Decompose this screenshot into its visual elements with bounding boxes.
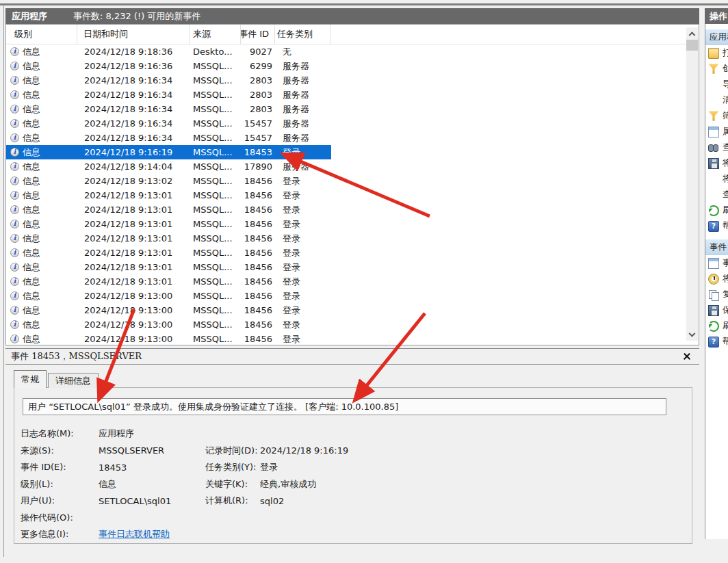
action-label: 打开保存的日志... (723, 47, 728, 59)
event-task-category: 登录 (275, 319, 330, 331)
event-source: Deskto... (190, 47, 241, 57)
action-label: 刷新 (723, 320, 728, 332)
field-row: 操作代码(O): (21, 510, 688, 527)
action-label: 刷新 (723, 205, 728, 216)
event-level: 信息 (23, 75, 40, 87)
action-item[interactable]: 将任务附加到此日志... (705, 171, 728, 187)
event-row[interactable]: 信息 2024/12/18 9:16:36 MSSQL... 6299 服务器 (6, 59, 331, 73)
action-item[interactable]: 将所有事件另存为... (705, 155, 728, 171)
information-icon (10, 277, 19, 286)
field-label-2: 计算机(R): (205, 495, 260, 507)
field-row: 日志名称(M): 应用程序 (21, 425, 688, 443)
column-header-date[interactable]: 日期和时间 (77, 25, 190, 44)
action-item[interactable]: 属性 (705, 124, 728, 140)
event-level: 信息 (23, 161, 40, 173)
column-header-task-category[interactable]: 任务类别 (275, 25, 330, 44)
event-row[interactable]: 信息 2024/12/18 9:13:01 MSSQL... 18456 登录 (6, 274, 331, 289)
event-row[interactable]: 信息 2024/12/18 9:13:00 MSSQL... 18456 登录 (6, 289, 331, 303)
tab[interactable]: 详细信息 (48, 373, 99, 388)
help-icon (708, 221, 719, 232)
event-row[interactable]: 信息 2024/12/18 9:16:34 MSSQL... 15457 服务器 (6, 131, 331, 145)
information-icon (10, 62, 19, 70)
field-label: 来源(S): (21, 445, 99, 457)
event-row[interactable]: 信息 2024/12/18 9:13:01 MSSQL... 18456 登录 (6, 217, 331, 231)
event-row[interactable]: 信息 2024/12/18 9:13:01 MSSQL... 18456 登录 (6, 231, 331, 246)
action-item[interactable]: 查找... (705, 140, 728, 155)
action-item[interactable]: 事件属性 (705, 255, 728, 271)
event-row[interactable]: 信息 2024/12/18 9:13:01 MSSQL... 18456 登录 (6, 246, 331, 260)
field-row: 级别(L): 信息 关键字(K): 经典,审核成功 (21, 476, 688, 493)
event-task-category: 服务器 (275, 103, 330, 116)
information-icon (10, 205, 19, 214)
action-item[interactable]: 筛选当前日志... (705, 108, 728, 124)
action-item[interactable]: 帮助 (705, 218, 728, 234)
event-row[interactable]: 信息 2024/12/18 9:13:02 MSSQL... 18456 登录 (6, 174, 331, 188)
action-item[interactable]: 打开保存的日志... (705, 45, 728, 61)
event-log-online-help-link[interactable]: 事件日志联机帮助 (99, 528, 205, 540)
filter-icon (708, 111, 719, 122)
event-datetime: 2024/12/18 9:16:19 (77, 147, 190, 157)
action-label: 查看 (723, 189, 728, 200)
action-item[interactable]: 创建自定义视图... (705, 61, 728, 77)
save-icon (708, 158, 719, 169)
action-item[interactable]: 复制 (705, 287, 728, 302)
event-datetime: 2024/12/18 9:13:01 (77, 205, 190, 215)
event-row[interactable]: 信息 2024/12/18 9:16:19 MSSQL... 18453 登录 (6, 145, 331, 159)
information-icon (10, 291, 19, 300)
action-label: 将任务附加到此事件... (723, 273, 728, 285)
event-row[interactable]: 信息 2024/12/18 9:16:34 MSSQL... 15457 服务器 (6, 116, 331, 131)
action-item[interactable]: 保存选择的事件... (705, 302, 728, 318)
column-header-event-id[interactable]: 事件 ID (241, 25, 275, 44)
action-section-header[interactable]: 应用程序 (705, 29, 728, 45)
action-item[interactable]: 清除日志... (705, 92, 728, 108)
column-header-level[interactable]: 级别 (6, 25, 77, 44)
action-item[interactable]: 帮助 (705, 334, 728, 350)
event-task-category: 服务器 (275, 89, 330, 101)
event-level: 信息 (23, 46, 40, 58)
action-item[interactable]: 刷新 (705, 318, 728, 334)
action-section-header[interactable]: 事件 18453，MSSQLSERVER (705, 239, 728, 255)
scroll-down-button[interactable] (686, 330, 698, 341)
event-row[interactable]: 信息 2024/12/18 9:13:00 MSSQL... 18456 登录 (6, 317, 331, 332)
action-label: 筛选当前日志... (723, 110, 728, 122)
tab[interactable]: 常规 (14, 370, 47, 388)
action-item[interactable]: 导入自定义视图... (705, 77, 728, 92)
event-row[interactable]: 信息 2024/12/18 9:16:34 MSSQL... 2803 服务器 (6, 88, 331, 102)
field-value-2: 登录 (260, 461, 688, 473)
event-row[interactable]: 信息 2024/12/18 9:13:00 MSSQL... 18456 登录 (6, 332, 331, 345)
event-row[interactable]: 信息 2024/12/18 9:13:00 MSSQL... 18456 登录 (6, 303, 331, 317)
action-item[interactable]: 刷新 (705, 202, 728, 218)
help-icon (708, 337, 719, 348)
console-tree-splitter[interactable] (3, 5, 4, 557)
close-icon[interactable] (681, 351, 692, 362)
event-row[interactable]: 信息 2024/12/18 9:13:01 MSSQL... 18456 登录 (6, 260, 331, 274)
event-source: MSSQL... (190, 118, 241, 129)
event-level: 信息 (23, 290, 40, 302)
column-header-source[interactable]: 来源 (190, 25, 241, 44)
event-row[interactable]: 信息 2024/12/18 9:18:36 Deskto... 9027 无 (6, 44, 331, 59)
table-scrollbar[interactable] (686, 27, 698, 341)
event-row[interactable]: 信息 2024/12/18 9:13:01 MSSQL... 18456 登录 (6, 188, 331, 202)
action-item[interactable]: 查看 (705, 187, 728, 202)
information-icon (10, 90, 19, 99)
event-row[interactable]: 信息 2024/12/18 9:16:34 MSSQL... 2803 服务器 (6, 73, 331, 88)
action-label: 导入自定义视图... (723, 79, 728, 90)
event-datetime: 2024/12/18 9:16:34 (77, 133, 190, 143)
scrollbar-thumb[interactable] (686, 40, 698, 51)
field-label: 事件 ID(E): (21, 461, 99, 473)
event-source: MSSQL... (190, 291, 241, 301)
event-row[interactable]: 信息 2024/12/18 9:14:04 MSSQL... 17890 服务器 (6, 159, 331, 174)
event-datetime: 2024/12/18 9:13:01 (77, 262, 190, 272)
event-level: 信息 (23, 89, 40, 101)
field-label: 更多信息(I): (21, 528, 99, 540)
event-id: 15457 (241, 118, 275, 129)
scroll-up-button[interactable] (686, 27, 698, 38)
event-level: 信息 (23, 189, 40, 202)
event-level: 信息 (23, 261, 40, 274)
action-item[interactable]: 将任务附加到此事件... (705, 271, 728, 287)
action-label: 将任务附加到此日志... (723, 173, 728, 185)
event-row[interactable]: 信息 2024/12/18 9:13:01 MSSQL... 18456 登录 (6, 202, 331, 217)
information-icon (10, 133, 19, 142)
event-row[interactable]: 信息 2024/12/18 9:16:34 MSSQL... 2803 服务器 (6, 102, 331, 116)
information-icon (10, 320, 19, 329)
